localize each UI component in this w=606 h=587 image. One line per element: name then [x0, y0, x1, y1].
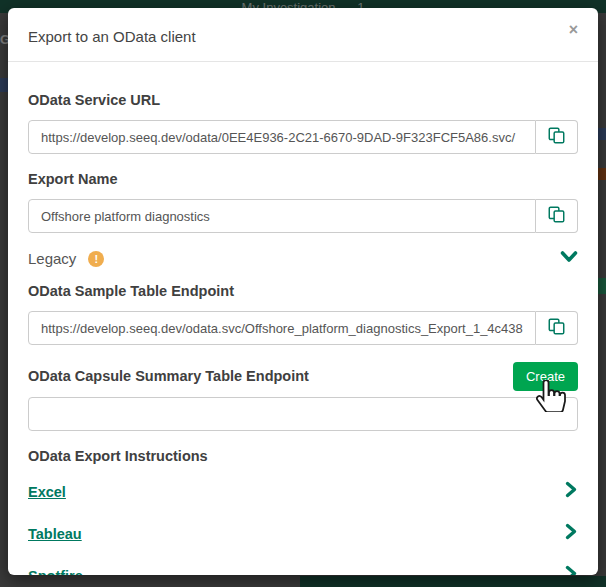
copy-icon	[548, 206, 565, 227]
sample-endpoint-label: OData Sample Table Endpoint	[28, 283, 578, 299]
export-name-group	[28, 199, 578, 233]
export-name-copy-button[interactable]	[536, 199, 578, 233]
chevron-right-icon	[564, 523, 578, 544]
service-url-group	[28, 120, 578, 154]
instructions-row-spotfire[interactable]: Spotfire	[28, 554, 578, 575]
modal-title: Export to an OData client	[28, 28, 578, 45]
close-icon[interactable]: ×	[569, 22, 578, 38]
excel-link[interactable]: Excel	[28, 484, 66, 500]
instructions-row-tableau[interactable]: Tableau	[28, 512, 578, 554]
spotfire-link[interactable]: Spotfire	[28, 568, 83, 576]
copy-icon	[548, 318, 565, 339]
legacy-collapse-toggle[interactable]	[560, 250, 578, 267]
sample-endpoint-input[interactable]	[28, 311, 536, 345]
legacy-section-header[interactable]: Legacy !	[28, 250, 578, 267]
capsule-endpoint-input[interactable]	[28, 397, 578, 431]
create-button[interactable]: Create	[513, 362, 578, 391]
service-url-input[interactable]	[28, 120, 536, 154]
chevron-down-icon	[560, 250, 578, 267]
export-name-label: Export Name	[28, 171, 578, 187]
copy-icon	[548, 127, 565, 148]
modal-body: OData Service URL Export Name	[8, 62, 598, 575]
sample-endpoint-copy-button[interactable]	[536, 311, 578, 345]
capsule-endpoint-group	[28, 397, 578, 431]
capsule-endpoint-header-row: OData Capsule Summary Table Endpoint Cre…	[28, 362, 578, 391]
export-name-input[interactable]	[28, 199, 536, 233]
sample-endpoint-group	[28, 311, 578, 345]
export-odata-modal: Export to an OData client × OData Servic…	[8, 8, 598, 575]
chevron-right-icon	[564, 481, 578, 502]
chevron-right-icon	[564, 565, 578, 575]
capsule-endpoint-label: OData Capsule Summary Table Endpoint	[28, 368, 309, 384]
export-instructions-heading: OData Export Instructions	[28, 448, 578, 464]
instructions-row-excel[interactable]: Excel	[28, 470, 578, 512]
warning-icon: !	[88, 251, 104, 267]
service-url-label: OData Service URL	[28, 92, 578, 108]
modal-header: Export to an OData client ×	[8, 8, 598, 62]
tableau-link[interactable]: Tableau	[28, 526, 82, 542]
legacy-label: Legacy	[28, 250, 76, 267]
service-url-copy-button[interactable]	[536, 120, 578, 154]
